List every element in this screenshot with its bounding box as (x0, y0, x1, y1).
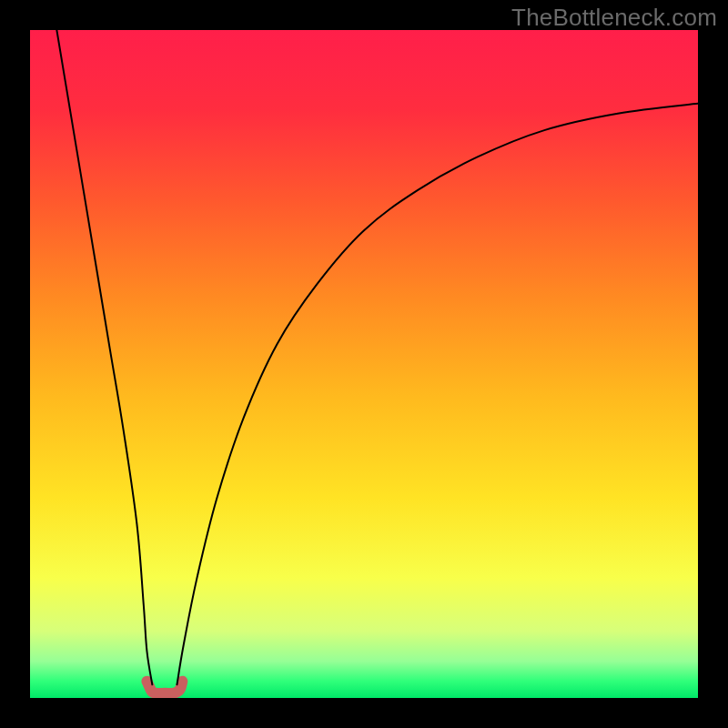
watermark-text: TheBottleneck.com (511, 4, 717, 32)
curve-right-branch (177, 104, 698, 685)
chart-curve-layer (30, 30, 698, 698)
curve-left-branch (56, 30, 152, 684)
plot-area (30, 30, 698, 698)
